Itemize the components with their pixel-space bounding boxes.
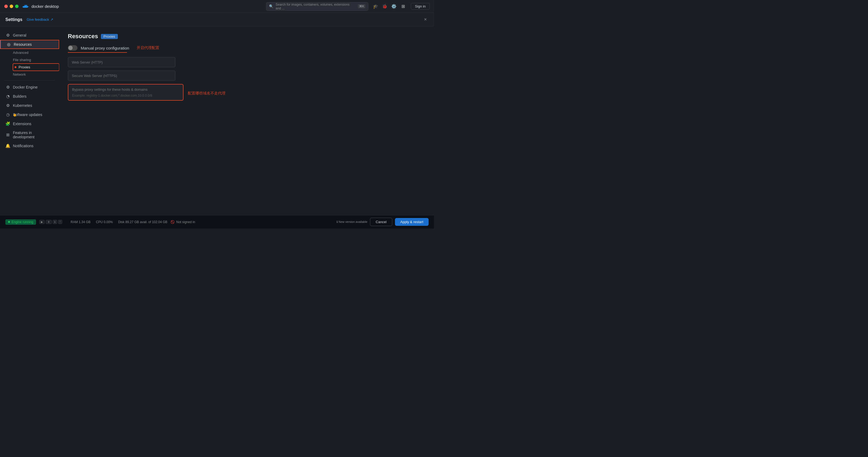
sidebar-item-resources[interactable]: ◎ Resources <box>0 40 59 49</box>
feedback-link[interactable]: Give feedback ↗ <box>27 18 53 22</box>
graduation-icon[interactable]: 🎓 <box>373 3 379 9</box>
toggle-row: Manual proxy configuration 开启代理配置 <box>68 45 425 51</box>
bug-icon[interactable]: 🐞 <box>382 3 388 9</box>
http-input[interactable] <box>68 57 176 67</box>
feedback-icon: ↗ <box>50 18 53 22</box>
ram-stat: RAM 1.34 GB <box>71 220 91 224</box>
status-pill-warning: ! <box>58 220 62 224</box>
close-button[interactable]: × <box>422 17 429 23</box>
sidebar-item-kubernetes[interactable]: ⚙ Kubernetes <box>0 101 59 110</box>
grid-icon[interactable]: ⊞ <box>400 3 406 9</box>
proxies-tab[interactable]: Proxies <box>101 34 118 39</box>
sidebar-label-general: General <box>13 33 26 37</box>
cpu-stat: CPU 0.00% <box>96 220 113 224</box>
https-input[interactable] <box>68 70 176 81</box>
bypass-row: Example: registry-1.docker.com,*.docker.… <box>68 84 425 103</box>
manual-proxy-toggle[interactable] <box>68 45 78 51</box>
status-pills: ▶ ⏸ ℹ ! <box>39 220 62 224</box>
page-title: Resources <box>68 33 98 40</box>
software-updates-icon: ◷ <box>5 112 10 117</box>
sidebar-item-advanced[interactable]: Advanced <box>13 49 59 56</box>
general-icon: ⚙ <box>5 33 10 38</box>
app-name: docker desktop <box>31 4 59 9</box>
bypass-input[interactable] <box>72 88 179 92</box>
manual-proxy-label: Manual proxy configuration <box>81 46 129 50</box>
divider-1 <box>4 80 55 81</box>
features-icon: ⊞ <box>5 132 10 137</box>
minimize-traffic-light[interactable] <box>10 5 13 8</box>
status-pill-info: ℹ <box>53 220 57 224</box>
disk-stat: Disk 89.27 GB avail. of 102.04 GB <box>118 220 167 224</box>
sidebar-label-file-sharing: File sharing <box>13 58 31 62</box>
sidebar-item-software-updates[interactable]: ◷ Software updates <box>0 110 59 119</box>
sidebar-item-network[interactable]: Network <box>13 71 59 78</box>
bypass-annotation: 配置哪些域名不走代理 <box>188 91 225 96</box>
bottom-stats: RAM 1.34 GB CPU 0.00% Disk 89.27 GB avai… <box>71 220 167 224</box>
bypass-example: Example: registry-1.docker.com,*.docker.… <box>72 94 179 97</box>
settings-header-left: Settings Give feedback ↗ <box>5 17 53 22</box>
engine-status-label: Engine running <box>11 220 33 224</box>
titlebar-icons: 🎓 🐞 ⚙️ ⊞ Sign in <box>373 3 430 10</box>
new-version-label: ℹ New version available <box>337 220 367 224</box>
content-area: Resources Proxies Manual proxy configura… <box>59 26 434 215</box>
engine-status: Engine running <box>5 219 36 225</box>
settings-header: Settings Give feedback ↗ × <box>0 13 434 26</box>
sidebar-label-builders: Builders <box>13 94 27 98</box>
sidebar-label-extensions: Extensions <box>13 122 31 126</box>
signin-button[interactable]: Sign in <box>411 3 430 10</box>
search-icon: 🔍 <box>269 4 273 8</box>
toggle-underline <box>68 52 127 53</box>
bottom-right-actions: ℹ New version available Cancel Apply & r… <box>337 218 429 226</box>
settings-gear-icon[interactable]: ⚙️ <box>391 3 397 9</box>
page-title-row: Resources Proxies <box>68 33 425 40</box>
sidebar-label-advanced: Advanced <box>13 51 29 55</box>
search-placeholder: Search for images, containers, volumes, … <box>276 3 356 10</box>
maximize-traffic-light[interactable] <box>15 5 19 8</box>
sidebar-item-extensions[interactable]: 🧩 Extensions <box>0 119 59 128</box>
main-layout: ⚙ General ◎ Resources Advanced File shar… <box>0 26 434 215</box>
resources-icon: ◎ <box>6 42 11 47</box>
kubernetes-icon: ⚙ <box>5 103 10 108</box>
sidebar: ⚙ General ◎ Resources Advanced File shar… <box>0 26 59 215</box>
sidebar-label-proxies: Proxies <box>19 65 30 69</box>
bypass-box: Example: registry-1.docker.com,*.docker.… <box>68 84 184 101</box>
sidebar-item-notifications[interactable]: 🔔 Notifications <box>0 141 59 150</box>
search-bar[interactable]: 🔍 Search for images, containers, volumes… <box>266 2 368 11</box>
extensions-icon: 🧩 <box>5 121 10 126</box>
http-input-row <box>68 57 425 70</box>
new-version-icon: ℹ <box>337 220 338 223</box>
builders-icon: ◔ <box>5 94 10 99</box>
status-pill-pause: ⏸ <box>46 220 52 224</box>
sidebar-label-features: Features in development <box>13 130 54 139</box>
close-traffic-light[interactable] <box>4 5 8 8</box>
notifications-icon: 🔔 <box>5 144 10 148</box>
sidebar-item-general[interactable]: ⚙ General <box>0 31 59 40</box>
traffic-lights <box>4 5 19 8</box>
software-updates-badge <box>13 114 16 117</box>
not-signed-label: Not signed in <box>176 220 195 224</box>
sidebar-item-docker-engine[interactable]: ⚙ Docker Engine <box>0 83 59 92</box>
status-pill-play: ▶ <box>39 220 45 224</box>
docker-whale-icon <box>22 3 29 10</box>
bottom-bar: Engine running ▶ ⏸ ℹ ! RAM 1.34 GB CPU 0… <box>0 215 434 228</box>
sidebar-item-proxies[interactable]: Proxies <box>13 63 59 71</box>
titlebar: docker desktop 🔍 Search for images, cont… <box>0 0 434 13</box>
https-input-row <box>68 70 425 84</box>
sidebar-label-resources: Resources <box>14 42 32 47</box>
not-signed-status: 🚫 Not signed in <box>170 220 195 224</box>
proxies-dot-icon <box>14 66 17 68</box>
docker-logo: docker desktop <box>22 3 59 10</box>
sidebar-item-features[interactable]: ⊞ Features in development <box>0 128 59 141</box>
docker-engine-icon: ⚙ <box>5 85 10 90</box>
sidebar-label-software-updates: Software updates <box>13 113 42 117</box>
cancel-button[interactable]: Cancel <box>370 218 392 226</box>
sidebar-label-kubernetes: Kubernetes <box>13 103 32 108</box>
sidebar-item-file-sharing[interactable]: File sharing <box>13 56 59 63</box>
settings-title: Settings <box>5 17 22 22</box>
apply-restart-button[interactable]: Apply & restart <box>395 218 429 226</box>
annotation-enable: 开启代理配置 <box>137 45 159 50</box>
sidebar-resources-sub: Advanced File sharing Proxies Network <box>0 49 59 78</box>
sidebar-label-network: Network <box>13 72 26 77</box>
sidebar-item-builders[interactable]: ◔ Builders <box>0 92 59 101</box>
not-signed-icon: 🚫 <box>170 220 175 224</box>
